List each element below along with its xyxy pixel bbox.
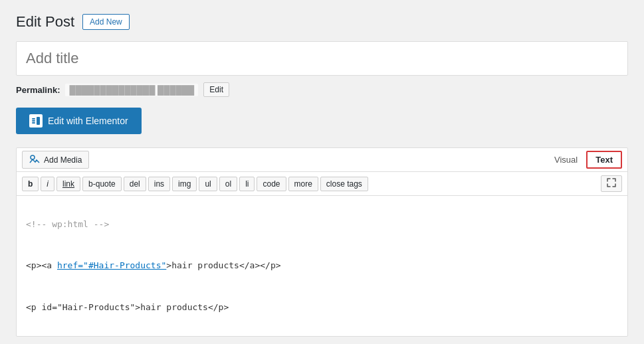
tab-text[interactable]: Text — [586, 151, 622, 169]
toolbar-code-button[interactable]: code — [257, 177, 286, 191]
add-new-button[interactable]: Add New — [82, 14, 130, 30]
toolbar-bquote-button[interactable]: b-quote — [82, 177, 122, 191]
svg-rect-4 — [37, 117, 40, 125]
svg-rect-2 — [32, 120, 35, 122]
toolbar-ul-button[interactable]: ul — [199, 177, 217, 191]
expand-editor-button[interactable] — [601, 175, 622, 192]
toolbar-ins-button[interactable]: ins — [148, 177, 170, 191]
add-media-icon — [29, 154, 40, 165]
permalink-row: Permalink: ██████████████ ██████ Edit — [16, 82, 628, 97]
elementor-button-label: Edit with Elementor — [48, 116, 128, 126]
add-media-button[interactable]: Add Media — [22, 151, 89, 169]
elementor-icon — [29, 114, 43, 128]
editor-toolbar-top: Add Media Visual Text — [17, 148, 627, 172]
svg-rect-0 — [30, 115, 42, 127]
toolbar-more-button[interactable]: more — [288, 177, 318, 191]
page-title: Edit Post — [16, 13, 74, 31]
permalink-url: ██████████████ ██████ — [65, 84, 198, 96]
post-title-input[interactable] — [16, 41, 628, 76]
editor-content-area[interactable]: <!-- wp:html --> <p><a href="#Hair-Produ… — [17, 196, 627, 336]
editor-tabs: Visual Text — [546, 151, 622, 169]
add-media-label: Add Media — [44, 155, 82, 165]
toolbar-close-tags-button[interactable]: close tags — [320, 177, 368, 191]
page-header: Edit Post Add New — [16, 13, 628, 31]
code-line-3: <p id="Hair-Products">hair products</p> — [26, 302, 229, 312]
toolbar-del-button[interactable]: del — [124, 177, 146, 191]
permalink-label: Permalink: — [16, 85, 60, 95]
svg-rect-3 — [32, 122, 35, 124]
editor-wrap: Add Media Visual Text b i link b-quote d… — [16, 147, 628, 337]
toolbar-bold-button[interactable]: b — [22, 177, 39, 191]
edit-permalink-button[interactable]: Edit — [203, 82, 229, 97]
toolbar-italic-button[interactable]: i — [41, 177, 54, 191]
tab-visual[interactable]: Visual — [546, 151, 586, 168]
toolbar-link-button[interactable]: link — [56, 177, 80, 191]
editor-formatting-toolbar: b i link b-quote del ins img ul ol li co… — [17, 172, 627, 196]
code-comment: <!-- wp:html --> — [26, 219, 109, 229]
toolbar-li-button[interactable]: li — [239, 177, 255, 191]
svg-rect-1 — [32, 118, 35, 120]
toolbar-img-button[interactable]: img — [172, 177, 197, 191]
edit-with-elementor-button[interactable]: Edit with Elementor — [16, 108, 142, 134]
toolbar-ol-button[interactable]: ol — [219, 177, 237, 191]
code-line-2: <p><a href="#Hair-Products">hair product… — [26, 260, 281, 270]
